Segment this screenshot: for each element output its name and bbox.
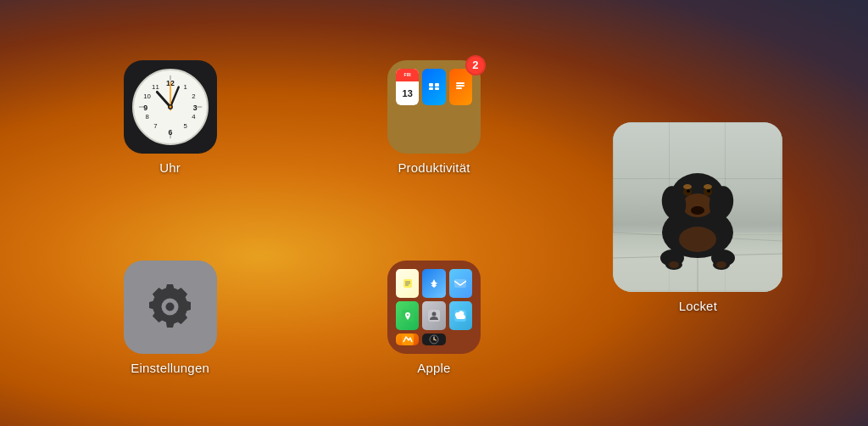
folder-app-2 — [422, 69, 445, 105]
produktivitat-badge: 2 — [465, 55, 486, 76]
apple-folder-app-clock — [422, 334, 445, 345]
svg-rect-25 — [456, 82, 465, 84]
svg-point-50 — [716, 261, 726, 268]
svg-text:9: 9 — [143, 103, 147, 111]
svg-line-16 — [157, 92, 170, 107]
app-uhr[interactable]: 12 6 9 3 1 2 4 5 11 10 8 7 — [124, 60, 217, 175]
produktivitat-folder-icon: FRI 13 — [387, 60, 481, 154]
app-produktivitat[interactable]: FRI 13 — [387, 60, 481, 175]
svg-point-42 — [704, 184, 712, 189]
produktivitat-label: Produktivität — [398, 160, 470, 175]
app-locket[interactable]: Locket — [613, 122, 782, 313]
svg-point-20 — [169, 105, 171, 108]
svg-point-39 — [687, 189, 690, 193]
svg-text:1: 1 — [183, 82, 186, 90]
produktivitat-folder-wrapper: FRI 13 — [387, 60, 481, 154]
svg-point-44 — [679, 227, 716, 252]
svg-text:4: 4 — [192, 112, 196, 120]
clock-icon: 12 6 9 3 1 2 4 5 11 10 8 7 — [124, 60, 217, 154]
svg-point-49 — [669, 261, 679, 268]
apple-folder-app-files — [449, 301, 472, 330]
apple-folder-app-maps2 — [396, 334, 419, 345]
svg-text:8: 8 — [145, 112, 148, 120]
svg-point-52 — [166, 303, 175, 311]
svg-point-41 — [683, 184, 692, 189]
svg-point-43 — [691, 206, 704, 215]
svg-point-68 — [433, 339, 435, 340]
svg-rect-57 — [454, 279, 466, 288]
app-einstellungen[interactable]: Einstellungen — [124, 261, 217, 375]
apple-folder-app-appstore — [422, 269, 445, 298]
folder-app-3 — [449, 69, 472, 105]
svg-rect-24 — [435, 87, 439, 90]
svg-rect-23 — [429, 87, 433, 90]
svg-text:7: 7 — [153, 122, 157, 130]
svg-line-17 — [170, 87, 179, 106]
svg-text:11: 11 — [152, 82, 159, 90]
einstellungen-label: Einstellungen — [131, 361, 209, 375]
apple-folder-app-mail — [449, 269, 472, 298]
svg-text:3: 3 — [193, 103, 198, 111]
locket-icon — [613, 122, 782, 292]
settings-icon — [124, 261, 217, 354]
svg-rect-21 — [429, 83, 433, 87]
svg-rect-22 — [435, 83, 439, 87]
svg-rect-26 — [456, 85, 465, 87]
svg-point-40 — [707, 189, 710, 193]
svg-text:10: 10 — [143, 92, 151, 100]
folder-app-1: FRI 13 — [396, 69, 419, 105]
svg-text:6: 6 — [168, 128, 172, 137]
apple-label: Apple — [417, 361, 450, 375]
apple-folder-app-notes — [396, 269, 419, 298]
svg-point-61 — [431, 311, 436, 316]
app-apple[interactable]: Apple — [387, 261, 481, 375]
home-screen-grid: 12 6 9 3 1 2 4 5 11 10 8 7 — [0, 0, 868, 426]
uhr-label: Uhr — [159, 160, 181, 175]
svg-rect-27 — [456, 87, 462, 89]
apple-folder-app-maps — [396, 301, 419, 330]
apple-folder-icon — [387, 261, 481, 354]
svg-text:2: 2 — [192, 92, 195, 100]
locket-label: Locket — [679, 299, 717, 313]
svg-point-59 — [407, 314, 409, 316]
apple-folder-app-contacts — [422, 301, 445, 330]
svg-text:5: 5 — [183, 122, 187, 130]
